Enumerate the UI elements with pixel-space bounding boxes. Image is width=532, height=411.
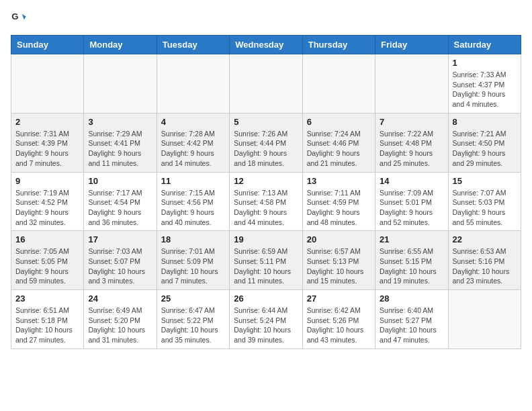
calendar-day: 27Sunrise: 6:42 AM Sunset: 5:26 PM Dayli… (302, 290, 375, 349)
day-number: 7 (380, 117, 443, 127)
day-number: 15 (453, 176, 517, 186)
day-info: Sunrise: 6:42 AM Sunset: 5:26 PM Dayligh… (307, 306, 371, 345)
calendar-week-2: 2Sunrise: 7:31 AM Sunset: 4:39 PM Daylig… (11, 113, 521, 172)
calendar-day: 12Sunrise: 7:13 AM Sunset: 4:58 PM Dayli… (230, 172, 302, 231)
svg-marker-1 (22, 14, 26, 19)
calendar-day: 28Sunrise: 6:40 AM Sunset: 5:27 PM Dayli… (375, 290, 448, 349)
calendar-day: 21Sunrise: 6:55 AM Sunset: 5:15 PM Dayli… (375, 231, 448, 290)
calendar-day: 9Sunrise: 7:19 AM Sunset: 4:52 PM Daylig… (11, 172, 84, 231)
day-number: 20 (307, 234, 371, 244)
day-number: 22 (453, 234, 517, 244)
calendar-day: 7Sunrise: 7:22 AM Sunset: 4:48 PM Daylig… (375, 113, 448, 172)
day-number: 21 (380, 234, 443, 244)
day-number: 18 (161, 234, 225, 244)
calendar-day: 14Sunrise: 7:09 AM Sunset: 5:01 PM Dayli… (375, 172, 448, 231)
header-monday: Monday (84, 36, 157, 54)
calendar-week-4: 16Sunrise: 7:05 AM Sunset: 5:05 PM Dayli… (11, 231, 521, 290)
day-number: 9 (15, 176, 79, 186)
calendar-week-5: 23Sunrise: 6:51 AM Sunset: 5:18 PM Dayli… (11, 290, 521, 349)
day-info: Sunrise: 7:33 AM Sunset: 4:37 PM Dayligh… (453, 70, 517, 109)
calendar-header-row: SundayMondayTuesdayWednesdayThursdayFrid… (11, 36, 521, 54)
day-number: 24 (88, 293, 152, 304)
day-info: Sunrise: 7:19 AM Sunset: 4:52 PM Dayligh… (15, 188, 79, 228)
day-info: Sunrise: 7:05 AM Sunset: 5:05 PM Dayligh… (15, 246, 79, 286)
day-number: 13 (307, 176, 371, 186)
day-number: 28 (380, 293, 443, 304)
calendar-day: 5Sunrise: 7:26 AM Sunset: 4:44 PM Daylig… (230, 113, 302, 172)
calendar-day: 20Sunrise: 6:57 AM Sunset: 5:13 PM Dayli… (302, 231, 375, 290)
day-number: 2 (15, 117, 79, 127)
day-number: 11 (161, 176, 225, 186)
calendar-day: 23Sunrise: 6:51 AM Sunset: 5:18 PM Dayli… (11, 290, 84, 349)
calendar-day (84, 54, 157, 113)
day-number: 25 (161, 293, 225, 304)
logo-icon: G (11, 11, 27, 27)
header-thursday: Thursday (302, 36, 375, 54)
day-number: 16 (15, 234, 79, 244)
calendar-day: 15Sunrise: 7:07 AM Sunset: 5:03 PM Dayli… (448, 172, 521, 231)
calendar-day (375, 54, 448, 113)
header-friday: Friday (375, 36, 448, 54)
day-number: 4 (161, 117, 225, 127)
day-number: 12 (234, 176, 298, 186)
day-info: Sunrise: 6:49 AM Sunset: 5:20 PM Dayligh… (88, 306, 152, 345)
calendar-table: SundayMondayTuesdayWednesdayThursdayFrid… (11, 35, 521, 349)
svg-text:G: G (11, 11, 18, 21)
day-info: Sunrise: 7:17 AM Sunset: 4:54 PM Dayligh… (88, 188, 152, 228)
calendar-day: 3Sunrise: 7:29 AM Sunset: 4:41 PM Daylig… (84, 113, 157, 172)
day-info: Sunrise: 7:31 AM Sunset: 4:39 PM Dayligh… (15, 129, 79, 169)
day-info: Sunrise: 7:22 AM Sunset: 4:48 PM Dayligh… (380, 129, 443, 169)
day-info: Sunrise: 7:07 AM Sunset: 5:03 PM Dayligh… (453, 188, 517, 228)
day-number: 6 (307, 117, 371, 127)
day-number: 23 (15, 293, 79, 304)
calendar-day (448, 290, 521, 349)
header-saturday: Saturday (448, 36, 521, 54)
header: G (11, 11, 521, 27)
day-info: Sunrise: 7:28 AM Sunset: 4:42 PM Dayligh… (161, 129, 225, 169)
calendar-day (302, 54, 375, 113)
calendar-day: 19Sunrise: 6:59 AM Sunset: 5:11 PM Dayli… (230, 231, 302, 290)
header-tuesday: Tuesday (157, 36, 229, 54)
day-info: Sunrise: 7:29 AM Sunset: 4:41 PM Dayligh… (88, 129, 152, 169)
day-info: Sunrise: 7:03 AM Sunset: 5:07 PM Dayligh… (88, 246, 152, 286)
calendar-day: 18Sunrise: 7:01 AM Sunset: 5:09 PM Dayli… (157, 231, 229, 290)
day-info: Sunrise: 6:47 AM Sunset: 5:22 PM Dayligh… (161, 306, 225, 345)
calendar-day: 2Sunrise: 7:31 AM Sunset: 4:39 PM Daylig… (11, 113, 84, 172)
day-number: 10 (88, 176, 152, 186)
calendar-day: 4Sunrise: 7:28 AM Sunset: 4:42 PM Daylig… (157, 113, 229, 172)
calendar-day (230, 54, 302, 113)
day-number: 17 (88, 234, 152, 244)
calendar-day: 16Sunrise: 7:05 AM Sunset: 5:05 PM Dayli… (11, 231, 84, 290)
header-sunday: Sunday (11, 36, 84, 54)
day-info: Sunrise: 6:59 AM Sunset: 5:11 PM Dayligh… (234, 246, 298, 286)
calendar-day: 24Sunrise: 6:49 AM Sunset: 5:20 PM Dayli… (84, 290, 157, 349)
day-number: 19 (234, 234, 298, 244)
calendar-day: 26Sunrise: 6:44 AM Sunset: 5:24 PM Dayli… (230, 290, 302, 349)
calendar-day: 8Sunrise: 7:21 AM Sunset: 4:50 PM Daylig… (448, 113, 521, 172)
day-info: Sunrise: 6:55 AM Sunset: 5:15 PM Dayligh… (380, 246, 443, 286)
day-info: Sunrise: 6:53 AM Sunset: 5:16 PM Dayligh… (453, 246, 517, 286)
calendar-day (11, 54, 84, 113)
day-number: 3 (88, 117, 152, 127)
header-wednesday: Wednesday (230, 36, 302, 54)
day-info: Sunrise: 7:11 AM Sunset: 4:59 PM Dayligh… (307, 188, 371, 228)
calendar-day: 22Sunrise: 6:53 AM Sunset: 5:16 PM Dayli… (448, 231, 521, 290)
calendar-week-3: 9Sunrise: 7:19 AM Sunset: 4:52 PM Daylig… (11, 172, 521, 231)
day-info: Sunrise: 6:40 AM Sunset: 5:27 PM Dayligh… (380, 306, 443, 345)
day-info: Sunrise: 6:57 AM Sunset: 5:13 PM Dayligh… (307, 246, 371, 286)
day-info: Sunrise: 6:51 AM Sunset: 5:18 PM Dayligh… (15, 306, 79, 345)
day-info: Sunrise: 7:09 AM Sunset: 5:01 PM Dayligh… (380, 188, 443, 228)
day-number: 14 (380, 176, 443, 186)
day-info: Sunrise: 7:15 AM Sunset: 4:56 PM Dayligh… (161, 188, 225, 228)
day-info: Sunrise: 7:13 AM Sunset: 4:58 PM Dayligh… (234, 188, 298, 228)
day-number: 27 (307, 293, 371, 304)
calendar-day: 10Sunrise: 7:17 AM Sunset: 4:54 PM Dayli… (84, 172, 157, 231)
day-number: 8 (453, 117, 517, 127)
calendar-week-1: 1Sunrise: 7:33 AM Sunset: 4:37 PM Daylig… (11, 54, 521, 113)
day-number: 26 (234, 293, 298, 304)
calendar-day: 6Sunrise: 7:24 AM Sunset: 4:46 PM Daylig… (302, 113, 375, 172)
logo: G (11, 11, 30, 27)
calendar-day: 11Sunrise: 7:15 AM Sunset: 4:56 PM Dayli… (157, 172, 229, 231)
calendar-day: 17Sunrise: 7:03 AM Sunset: 5:07 PM Dayli… (84, 231, 157, 290)
day-info: Sunrise: 7:21 AM Sunset: 4:50 PM Dayligh… (453, 129, 517, 169)
